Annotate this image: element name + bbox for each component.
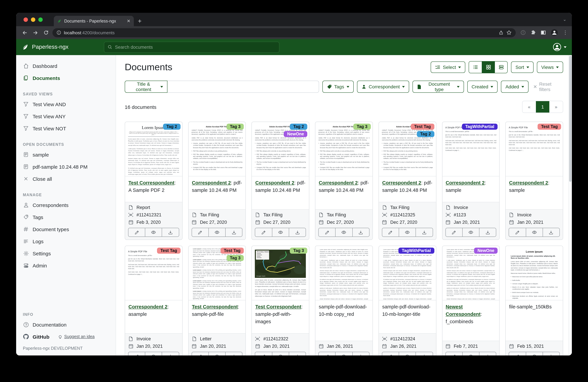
tag-badge[interactable]: NewOne: [284, 131, 307, 137]
tag-badge[interactable]: Tag 3: [290, 248, 307, 254]
grid-view-button[interactable]: [482, 61, 495, 73]
page-prev-button[interactable]: «: [523, 101, 536, 113]
user-menu[interactable]: [553, 43, 567, 51]
edit-button[interactable]: [319, 352, 335, 356]
edit-button[interactable]: [446, 352, 462, 356]
sidebar-item-documents[interactable]: Documents: [21, 72, 112, 84]
correspondent-link[interactable]: Correspondent 2: [128, 304, 168, 309]
tag-badge[interactable]: Test Tag: [538, 124, 561, 130]
preview-button[interactable]: [272, 228, 289, 237]
views-button[interactable]: Views: [537, 61, 563, 73]
document-card[interactable]: A Simple PDF FileThis is a small demonst…: [505, 122, 563, 240]
tag-badge[interactable]: Tag 2: [417, 131, 434, 137]
document-card[interactable]: A Simple PDF FileThis is a small demonst…: [442, 122, 500, 240]
download-button[interactable]: [162, 352, 179, 356]
document-thumbnail[interactable]: Lorem Ipsum is simply dummy text of the …: [189, 246, 245, 300]
preview-button[interactable]: [526, 228, 543, 237]
edit-button[interactable]: [192, 352, 208, 356]
correspondent-link[interactable]: Newest Correspondent: [446, 304, 481, 317]
document-card[interactable]: Adobe Acrobat PDF FilesAdobe® Portable D…: [252, 122, 309, 240]
document-card[interactable]: Lorem Ipsum"Neque porro quisquam est qui…: [125, 122, 182, 240]
document-card-title[interactable]: Correspondent 2: sample: [442, 176, 499, 202]
download-button[interactable]: [543, 228, 559, 237]
document-card-title[interactable]: Correspondent 2: sample: [506, 176, 563, 209]
sidebar-item-tags[interactable]: Tags: [21, 211, 112, 223]
sidebar-item-correspondents[interactable]: Correspondents: [21, 199, 112, 211]
tag-badge[interactable]: Tag 3: [226, 124, 244, 130]
document-thumbnail[interactable]: A Simple PDF FileThis is a small demonst…: [442, 122, 499, 176]
document-card[interactable]: Lorem ipsum dolor sit amet, consectetur …: [442, 246, 500, 356]
preview-button[interactable]: [462, 228, 479, 237]
suggest-idea-link[interactable]: Suggest an idea: [58, 334, 95, 339]
document-thumbnail[interactable]: Boundary Waters TripGoogle EarthLorem ip…: [252, 246, 309, 300]
download-button[interactable]: [479, 228, 496, 237]
list-view-button[interactable]: [469, 61, 482, 73]
document-thumbnail[interactable]: Lorem ipsumLorem ipsum dolor sit amet, c…: [506, 246, 563, 300]
page-current[interactable]: 1: [536, 101, 549, 113]
correspondent-link[interactable]: Correspondent 2: [382, 180, 421, 185]
sort-button[interactable]: Sort: [511, 61, 533, 73]
tab-search-chevron-icon[interactable]: ⌄: [563, 17, 567, 22]
document-card-title[interactable]: Test Correspondent: sample-pdf-with-imag…: [252, 300, 309, 333]
document-card-title[interactable]: Correspondent 2: asample: [125, 300, 182, 333]
edit-button[interactable]: [319, 228, 335, 237]
window-controls[interactable]: [23, 18, 43, 22]
document-card-title[interactable]: file-sample_150kBs: [506, 300, 563, 341]
side-panel-icon[interactable]: [541, 30, 546, 35]
edit-button[interactable]: [192, 228, 208, 237]
sidebar-item-test-view-and[interactable]: Test View AND: [21, 98, 112, 110]
document-thumbnail[interactable]: Adobe Acrobat PDF FilesAdobe® Portable D…: [379, 122, 436, 176]
tag-badge[interactable]: Tag 3: [226, 255, 244, 261]
preview-button[interactable]: [145, 352, 162, 356]
document-card[interactable]: Lorem ipsum dolor sit amet, consectetur …: [315, 246, 373, 356]
sidebar-item-test-view-any[interactable]: Test View ANY: [21, 110, 112, 122]
sidebar-item-dashboard[interactable]: Dashboard: [21, 60, 112, 72]
close-window-button[interactable]: [23, 18, 28, 22]
document-thumbnail[interactable]: Lorem ipsum dolor sit amet, consectetur …: [379, 246, 436, 300]
edit-button[interactable]: [509, 352, 526, 356]
download-button[interactable]: [225, 352, 242, 356]
preview-button[interactable]: [209, 228, 225, 237]
document-thumbnail[interactable]: Adobe Acrobat PDF FilesAdobe® Portable D…: [252, 122, 309, 176]
extensions-puzzle-icon[interactable]: [530, 30, 536, 35]
bookmark-star-icon[interactable]: [506, 30, 512, 35]
tag-badge[interactable]: Test Tag: [411, 124, 434, 130]
sidebar-item-github[interactable]: GitHub: [33, 334, 49, 340]
tab-close-icon[interactable]: ✕: [127, 19, 130, 23]
new-tab-button[interactable]: +: [138, 18, 142, 25]
document-card-title[interactable]: Correspondent 2: pdf-sample 10.24.48 PM: [189, 176, 245, 209]
tag-badge[interactable]: Test Tag: [157, 248, 180, 254]
preview-button[interactable]: [335, 228, 352, 237]
sidebar-item-document-types[interactable]: Document types: [21, 223, 112, 235]
preview-button[interactable]: [145, 228, 162, 237]
preview-button[interactable]: [335, 352, 352, 356]
edit-button[interactable]: [255, 352, 272, 356]
browser-tab[interactable]: Documents - Paperless-ngx ✕: [54, 16, 134, 26]
correspondent-link[interactable]: Correspondent 2: [192, 180, 231, 185]
document-thumbnail[interactable]: Adobe Acrobat PDF FilesAdobe® Portable D…: [315, 122, 372, 176]
download-button[interactable]: [416, 228, 433, 237]
document-card-title[interactable]: Correspondent 2: pdf-sample 10.24.48 PM: [252, 176, 309, 209]
document-thumbnail[interactable]: A Simple PDF FileThis is a small demonst…: [506, 122, 563, 176]
document-card-title[interactable]: sample-pdf-download-10-mb-longer-title: [379, 300, 436, 333]
download-button[interactable]: [289, 228, 306, 237]
tag-badge[interactable]: TagWithPartial: [462, 124, 498, 130]
document-card[interactable]: Lorem ipsum dolor sit amet, consectetur …: [378, 246, 436, 356]
minimize-window-button[interactable]: [31, 18, 35, 22]
tag-badge[interactable]: Tag 2: [290, 124, 307, 130]
site-info-icon[interactable]: [57, 30, 61, 35]
sidebar-item-pdf-sample-10-24-48-pm[interactable]: pdf-sample 10.24.48 PM: [21, 161, 112, 173]
filter-text-input[interactable]: [168, 81, 319, 93]
global-search-input[interactable]: Search documents: [104, 41, 279, 53]
correspondent-link[interactable]: Correspondent 2: [509, 180, 548, 185]
preview-button[interactable]: [399, 228, 416, 237]
sidebar-item-close-all[interactable]: Close all: [21, 173, 112, 185]
document-card[interactable]: A Simple PDF FileThis is a small demonst…: [125, 246, 182, 356]
document-card[interactable]: Adobe Acrobat PDF FilesAdobe® Portable D…: [315, 122, 373, 240]
correspondent-filter-button[interactable]: Correspondent: [357, 81, 409, 93]
edit-button[interactable]: [382, 228, 399, 237]
reload-icon[interactable]: [42, 28, 50, 37]
download-button[interactable]: [225, 228, 242, 237]
app-brand[interactable]: Paperless-ngx: [21, 43, 104, 51]
added-filter-button[interactable]: Added: [501, 81, 528, 93]
